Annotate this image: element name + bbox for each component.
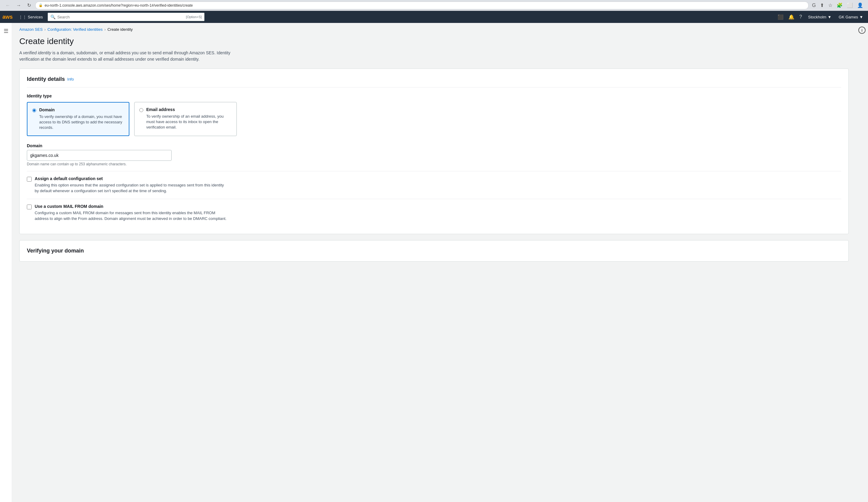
page-description: A verified identity is a domain, subdoma… <box>19 50 230 62</box>
verifying-domain-card: Verifying your domain <box>19 240 849 262</box>
share-icon[interactable]: ⬆ <box>819 2 825 9</box>
browser-right-icons: G ⬆ ☆ 🧩 ⬜ 👤 <box>811 2 864 9</box>
verified-identity-em: verified identity <box>23 50 51 55</box>
page-header: Create identity A verified identity is a… <box>12 34 856 69</box>
assign-config-description: Enabling this option ensures that the as… <box>35 182 228 194</box>
account-menu[interactable]: GK Games ▼ <box>836 13 866 21</box>
breadcrumb: Amazon SES › Configuration: Verified ide… <box>12 23 856 34</box>
account-chevron-icon: ▼ <box>859 15 863 19</box>
identity-type-options: Domain To verify ownership of a domain, … <box>27 102 841 136</box>
search-icon: 🔍 <box>50 14 55 19</box>
hamburger-button[interactable]: ☰ <box>2 27 10 35</box>
account-label: GK Games <box>839 15 858 19</box>
identity-type-label: Identity type <box>27 93 841 98</box>
page-title: Create identity <box>19 37 849 46</box>
aws-logo-text: aws <box>2 14 13 20</box>
domain-option-label: Domain <box>39 107 124 112</box>
custom-mail-description: Configuring a custom MAIL FROM domain fo… <box>35 210 228 222</box>
domain-option-content: Domain To verify ownership of a domain, … <box>39 107 124 131</box>
custom-mail-checkbox-group: Use a custom MAIL FROM domain Configurin… <box>27 199 841 222</box>
services-label: Services <box>28 15 43 19</box>
custom-mail-content: Use a custom MAIL FROM domain Configurin… <box>35 204 228 222</box>
search-shortcut: [Option+S] <box>186 15 202 19</box>
verifying-domain-title: Verifying your domain <box>27 248 841 254</box>
card-title: Identity details <box>27 76 65 82</box>
extensions-icon[interactable]: 🧩 <box>835 2 844 9</box>
assign-config-checkbox-item: Assign a default configuration set Enabl… <box>27 176 841 194</box>
browser-chrome: ← → ↻ 🔒 eu-north-1.console.aws.amazon.co… <box>0 0 868 11</box>
domain-radio[interactable] <box>32 108 36 113</box>
main-content: Amazon SES › Configuration: Verified ide… <box>12 23 856 502</box>
assign-config-checkbox-group: Assign a default configuration set Enabl… <box>27 171 841 194</box>
email-option[interactable]: Email address To verify ownership of an … <box>134 102 237 136</box>
url-bar[interactable]: 🔒 eu-north-1.console.aws.amazon.com/ses/… <box>35 1 809 9</box>
domain-field-group: Domain Domain name can contain up to 253… <box>27 143 841 166</box>
domain-field-label: Domain <box>27 143 841 148</box>
grid-icon: ⋮⋮ <box>19 15 27 19</box>
breadcrumb-ses[interactable]: Amazon SES <box>19 27 42 32</box>
chevron-down-icon: ▼ <box>828 15 831 19</box>
right-sidebar: i <box>856 23 868 502</box>
reload-button[interactable]: ↻ <box>25 2 33 9</box>
assign-config-label: Assign a default configuration set <box>35 176 228 181</box>
identity-type-group: Identity type Domain To verify ownership… <box>27 93 841 136</box>
region-label: Stockholm <box>808 15 826 19</box>
breadcrumb-current: Create identity <box>107 27 133 32</box>
domain-option[interactable]: Domain To verify ownership of a domain, … <box>27 102 130 136</box>
bookmark-icon[interactable]: ☆ <box>827 2 834 9</box>
breadcrumb-sep-1: › <box>44 28 45 32</box>
nav-right-actions: ⬛ 🔔 ? Stockholm ▼ GK Games ▼ <box>776 13 866 21</box>
search-input[interactable] <box>57 15 184 19</box>
forward-button[interactable]: → <box>14 2 23 9</box>
right-info-icon[interactable]: i <box>858 27 866 34</box>
info-link[interactable]: Info <box>67 77 74 81</box>
custom-mail-checkbox[interactable] <box>27 205 32 209</box>
url-text: eu-north-1.console.aws.amazon.com/ses/ho… <box>45 3 193 8</box>
region-selector[interactable]: Stockholm ▼ <box>806 13 834 21</box>
aws-logo[interactable]: aws <box>2 14 13 20</box>
assign-config-content: Assign a default configuration set Enabl… <box>35 176 228 194</box>
email-radio[interactable] <box>140 108 143 113</box>
help-icon[interactable]: ? <box>798 13 803 21</box>
search-bar[interactable]: 🔍 [Option+S] <box>48 13 205 21</box>
sidebar-toggle: ☰ <box>0 23 12 502</box>
custom-mail-label: Use a custom MAIL FROM domain <box>35 204 228 209</box>
back-button[interactable]: ← <box>4 2 12 9</box>
breadcrumb-sep-2: › <box>104 28 105 32</box>
email-option-content: Email address To verify ownership of an … <box>146 107 231 130</box>
domain-option-description: To verify ownership of a domain, you mus… <box>39 114 124 131</box>
cloud-shell-nav-icon[interactable]: ⬛ <box>776 13 785 21</box>
google-icon[interactable]: G <box>811 2 817 9</box>
custom-mail-checkbox-item: Use a custom MAIL FROM domain Configurin… <box>27 204 841 222</box>
top-navigation: aws ⋮⋮ Services 🔍 [Option+S] ⬛ 🔔 ? Stock… <box>0 11 868 23</box>
breadcrumb-verified-identities[interactable]: Configuration: Verified identities <box>47 27 103 32</box>
lock-icon: 🔒 <box>39 3 43 7</box>
split-view-icon[interactable]: ⬜ <box>846 2 854 9</box>
account-circle-icon[interactable]: 👤 <box>856 2 864 9</box>
email-option-description: To verify ownership of an email address,… <box>146 114 231 130</box>
identity-details-card: Identity details Info Identity type Doma… <box>19 69 849 234</box>
services-button[interactable]: ⋮⋮ Services <box>16 13 45 21</box>
assign-config-checkbox[interactable] <box>27 177 32 182</box>
main-layout: ☰ Amazon SES › Configuration: Verified i… <box>0 23 868 502</box>
notifications-icon[interactable]: 🔔 <box>787 13 796 21</box>
card-header: Identity details Info <box>27 76 841 88</box>
email-option-label: Email address <box>146 107 231 112</box>
domain-field-hint: Domain name can contain up to 253 alphan… <box>27 162 841 166</box>
domain-field-input[interactable] <box>27 150 172 161</box>
